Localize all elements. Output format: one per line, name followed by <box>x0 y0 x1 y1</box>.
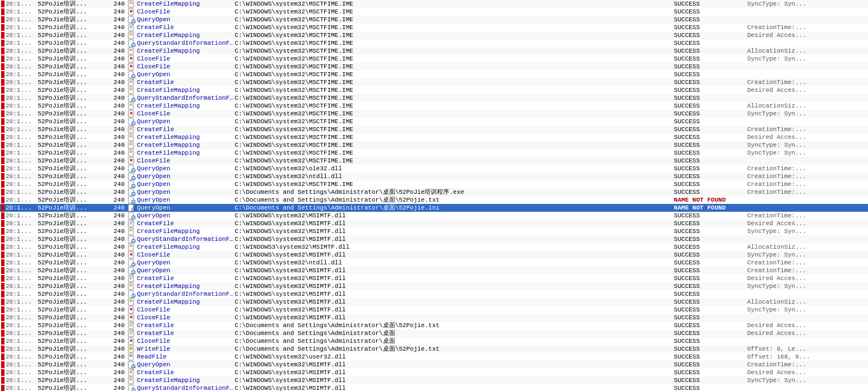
table-row[interactable]: 20:1...52PoJie培训...240QueryOpenC:\WINDOW… <box>0 361 868 369</box>
table-row[interactable]: 20:1...52PoJie培训...240QueryOpenC:\WINDOW… <box>0 71 868 78</box>
table-row[interactable]: 20:1...52PoJie培训...240CloseFileC:\WINDOW… <box>0 306 868 314</box>
time-cell: 20:1... <box>0 118 36 125</box>
table-row[interactable]: 20:1...52PoJie培训...240CreateFileC:\Docum… <box>0 322 868 329</box>
detail-cell: SyncType: Syn... <box>746 306 868 314</box>
result-cell: SUCCESS <box>673 259 746 267</box>
process-cell: 52PoJie培训... <box>36 345 104 353</box>
path-cell: C:\WINDOWS\system32\MSCTFIME.IME <box>234 31 673 39</box>
table-row[interactable]: 20:1...52PoJie培训...240CloseFileC:\WINDOW… <box>0 55 868 63</box>
table-row[interactable]: 20:1...52PoJie培训...240WriteFileC:\Docume… <box>0 345 868 353</box>
path-cell: C:\WINDOWS\system32\MSCTFIME.IME <box>234 16 673 24</box>
table-row[interactable]: 20:1...52PoJie培训...240CreateFileMappingC… <box>0 102 868 110</box>
table-row[interactable]: 20:1...52PoJie培训...240CloseFileC:\WINDOW… <box>0 63 868 71</box>
process-cell: 52PoJie培训... <box>36 180 104 188</box>
table-row[interactable]: 20:1...52PoJie培训...240QueryOpenC:\Docume… <box>0 188 868 196</box>
operation-icon <box>128 220 136 227</box>
table-row[interactable]: 20:1...52PoJie培训...240QueryOpenC:\WINDOW… <box>0 212 868 220</box>
process-cell: 52PoJie培训... <box>36 196 104 204</box>
time-cell: 20:1... <box>0 322 36 329</box>
table-row[interactable]: 20:1...52PoJie培训...240CreateFileMappingC… <box>0 282 868 290</box>
pid-cell: 240 <box>104 125 127 133</box>
table-row[interactable]: 20:1...52PoJie培训...240QueryOpenC:\WINDOW… <box>0 259 868 267</box>
time-cell: 20:1... <box>0 267 36 274</box>
table-row[interactable]: 20:1...52PoJie培训...240CloseFileC:\WINDOW… <box>0 314 868 322</box>
table-row[interactable]: 20:1...52PoJie培训...240CreateFileMappingC… <box>0 243 868 251</box>
table-row[interactable]: 20:1...52PoJie培训...240CreateFileMappingC… <box>0 47 868 55</box>
table-row[interactable]: 20:1...52PoJie培训...240QueryOpenC:\WINDOW… <box>0 267 868 274</box>
process-cell: 52PoJie培训... <box>36 86 104 94</box>
operation-text: CloseFile <box>137 63 170 71</box>
table-row[interactable]: 20:1...52PoJie培训...240CreateFileC:\WINDO… <box>0 274 868 282</box>
operation-cell: QueryOpen <box>127 173 233 180</box>
result-cell: SUCCESS <box>673 353 746 361</box>
svg-line-112 <box>135 273 135 274</box>
time-cell: 20:1... <box>0 110 36 118</box>
table-row[interactable]: 20:1...52PoJie培训...240CloseFileC:\WINDOW… <box>0 110 868 118</box>
detail-cell: Desired Acces... <box>746 274 868 282</box>
table-row[interactable]: 20:1...52PoJie培训...240CreateFileC:\WINDO… <box>0 78 868 86</box>
table-row[interactable]: 20:1...52PoJie培训...240CreateFileMappingC… <box>0 149 868 157</box>
table-row[interactable]: 20:1...52PoJie培训...240QueryStandardInfor… <box>0 384 868 391</box>
table-row[interactable]: 20:1...52PoJie培训...240CloseFileC:\WINDOW… <box>0 251 868 259</box>
path-cell: C:\WINDOWS\system32\MSCTFIME.IME <box>234 149 673 157</box>
operation-icon <box>128 0 136 8</box>
detail-cell: SyncType: Syn... <box>746 141 868 149</box>
table-row[interactable]: 20:1...52PoJie培训...240CreateFileMappingC… <box>0 227 868 235</box>
detail-cell: Desired Acces... <box>746 322 868 329</box>
table-row[interactable]: 20:1...52PoJie培训...240CloseFileC:\Docume… <box>0 337 868 345</box>
table-row[interactable]: 20:1...52PoJie培训...240ReadFileC:\WINDOWS… <box>0 353 868 361</box>
table-row[interactable]: 20:1...52PoJie培训...240QueryOpenC:\WINDOW… <box>0 118 868 125</box>
table-row[interactable]: 20:1...52PoJie培训...240CreateFileC:\WINDO… <box>0 24 868 31</box>
process-cell: 52PoJie培训... <box>36 298 104 306</box>
table-row[interactable]: 20:1...52PoJie培训...240CreateFileC:\WINDO… <box>0 125 868 133</box>
pid-cell: 240 <box>104 345 127 353</box>
operation-icon <box>128 376 136 384</box>
time-cell: 20:1... <box>0 78 36 86</box>
svg-rect-155 <box>128 369 133 376</box>
operation-icon <box>128 306 136 314</box>
table-row[interactable]: 20:1...52PoJie培训...240CreateFileMappingC… <box>0 298 868 306</box>
path-cell: C:\WINDOWS3\system32\MSIMTF.dll <box>234 243 673 251</box>
operation-cell: CreateFileMapping <box>127 47 233 55</box>
table-row[interactable]: 20:1...52PoJie培训...240QueryOpenC:\WINDOW… <box>0 16 868 24</box>
operation-icon <box>128 290 136 298</box>
operation-text: QueryStandardInformationFile <box>137 94 233 102</box>
operation-cell: QueryOpen <box>127 204 233 212</box>
table-row[interactable]: 20:1...52PoJie培训...240CreateFileMappingC… <box>0 86 868 94</box>
table-row[interactable]: 20:1...52PoJie培训...240CreateFileMappingC… <box>0 31 868 39</box>
table-row[interactable]: 20:1...52PoJie培训...240QueryStandardInfor… <box>0 39 868 47</box>
table-row[interactable]: 20:1...52PoJie培训...240QueryOpenC:\WINDOW… <box>0 180 868 188</box>
table-row[interactable]: 20:1...52PoJie培训...240QueryStandardInfor… <box>0 94 868 102</box>
table-row[interactable]: 20:1...52PoJie培训...240CreateFileC:\WINDO… <box>0 369 868 376</box>
table-row[interactable]: 20:1...52PoJie培训...240CreateFileMappingC… <box>0 133 868 141</box>
pid-cell: 240 <box>104 39 127 47</box>
pid-cell: 240 <box>104 220 127 227</box>
table-row[interactable]: 20:1...52PoJie培训...240CreateFileC:\WINDO… <box>0 220 868 227</box>
table-row[interactable]: 20:1...52PoJie培训...240QueryStandardInfor… <box>0 290 868 298</box>
operation-cell: QueryOpen <box>127 259 233 267</box>
table-row[interactable]: 20:1...52PoJie培训...240QueryStandardInfor… <box>0 235 868 243</box>
table-row[interactable]: 20:1...52PoJie培训...240CloseFileC:\WINDOW… <box>0 157 868 165</box>
table-row[interactable]: 20:1...52PoJie培训...240CloseFileC:\WINDOW… <box>0 8 868 16</box>
table-row[interactable]: 20:1...52PoJie培训...240QueryOpenC:\WINDOW… <box>0 165 868 173</box>
operation-icon <box>128 173 136 180</box>
table-row[interactable]: 20:1...52PoJie培训...240CreateFileMappingC… <box>0 141 868 149</box>
result-cell: SUCCESS <box>673 384 746 391</box>
operation-icon <box>128 24 136 31</box>
table-row[interactable]: 20:1...52PoJie培训...240CreateFileMappingC… <box>0 376 868 384</box>
table-row[interactable]: 20:1...52PoJie培训...240QueryOpenC:\WINDOW… <box>0 173 868 180</box>
pid-cell: 240 <box>104 361 127 369</box>
table-row[interactable]: 20:1...52PoJie培训...240CreateFileMappingC… <box>0 0 868 8</box>
operation-text: CreateFile <box>137 329 174 337</box>
table-row[interactable]: 20:1...52PoJie培训...240CreateFileC:\Docum… <box>0 329 868 337</box>
operation-cell: WriteFile <box>127 345 233 353</box>
detail-cell: Desired Acces... <box>746 86 868 94</box>
table-row[interactable]: 20:1...52PoJie培训...240QueryOpenC:\Docume… <box>0 204 868 212</box>
time-cell: 20:1... <box>0 235 36 243</box>
operation-text: CloseFile <box>137 55 170 63</box>
result-cell: SUCCESS <box>673 188 746 196</box>
operation-icon <box>128 204 136 212</box>
table-row[interactable]: 20:1...52PoJie培训...240QueryOpenC:\Docume… <box>0 196 868 204</box>
detail-cell: SyncType: Syn... <box>746 251 868 259</box>
operation-text: QueryStandardInformationFile <box>137 39 233 47</box>
